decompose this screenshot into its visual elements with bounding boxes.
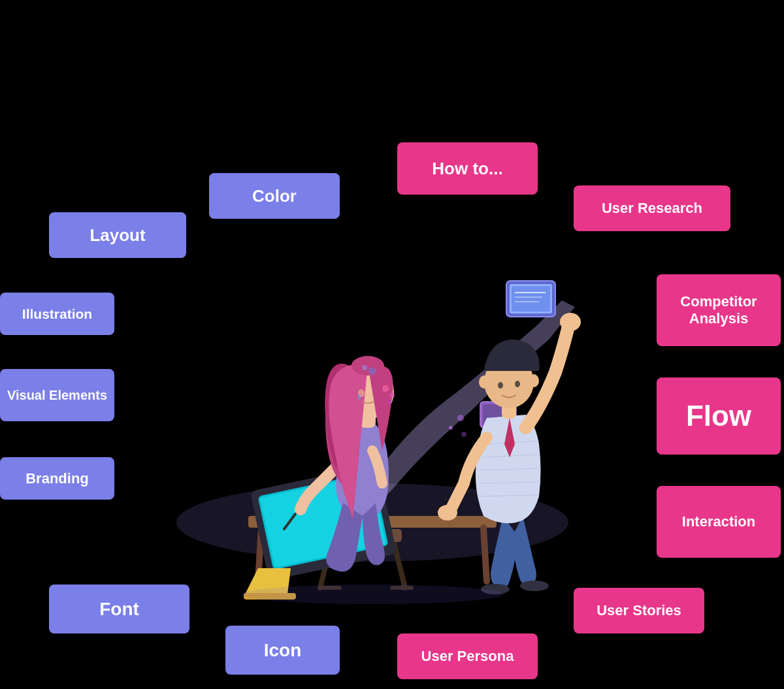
svg-point-32 (358, 394, 361, 400)
interaction-tag[interactable]: Interaction (657, 486, 781, 558)
svg-point-44 (498, 382, 503, 389)
competitor-analysis-tag[interactable]: Competitor Analysis (657, 274, 781, 346)
how-to-tag[interactable]: How to... (397, 142, 538, 195)
svg-line-19 (483, 528, 487, 581)
svg-point-40 (560, 313, 581, 331)
icon-tag[interactable]: Icon (225, 626, 340, 675)
svg-point-30 (362, 365, 367, 370)
svg-point-49 (449, 426, 453, 430)
svg-point-51 (382, 385, 389, 392)
svg-point-53 (387, 400, 391, 404)
svg-point-45 (515, 381, 520, 387)
main-illustration (118, 196, 627, 620)
svg-point-50 (461, 432, 466, 437)
flow-tag[interactable]: Flow (657, 377, 781, 455)
visual-elements-tag[interactable]: Visual Elements (0, 369, 114, 421)
svg-point-34 (520, 581, 549, 591)
svg-point-29 (368, 367, 376, 375)
svg-point-46 (479, 376, 489, 389)
svg-point-52 (389, 393, 395, 398)
svg-point-54 (242, 585, 503, 604)
svg-rect-3 (512, 286, 550, 312)
illustration-tag[interactable]: Illustration (0, 293, 114, 335)
user-persona-tag[interactable]: User Persona (397, 633, 538, 679)
svg-point-28 (351, 356, 384, 376)
branding-tag[interactable]: Branding (0, 457, 114, 500)
svg-point-47 (529, 374, 539, 387)
svg-point-41 (438, 505, 457, 521)
svg-point-48 (457, 415, 464, 421)
